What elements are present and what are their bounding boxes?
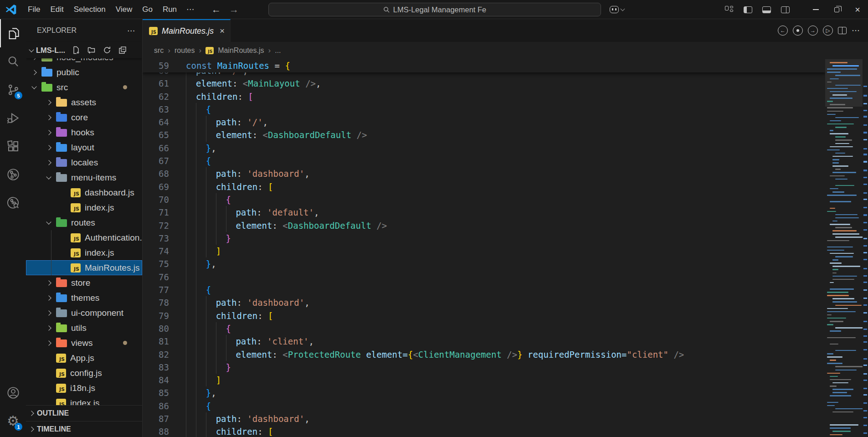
tree-item-config-js[interactable]: JSconfig.js: [26, 365, 142, 380]
code-line-80[interactable]: 80{: [143, 322, 825, 335]
new-folder-icon[interactable]: [87, 46, 96, 55]
code-line-84[interactable]: 84]: [143, 374, 825, 386]
tree-item-authentication-[interactable]: JSAuthentication...: [26, 230, 142, 245]
code-line-59[interactable]: 59const MainRoutes = {: [143, 59, 825, 72]
code-line-82[interactable]: 82element: <ProtectedRoute element={<Cli…: [143, 348, 825, 361]
line-number[interactable]: 59: [143, 59, 169, 72]
code-line-85[interactable]: 85},: [143, 386, 825, 399]
run-debug-activity-icon[interactable]: [0, 104, 26, 132]
line-number[interactable]: 77: [143, 283, 169, 296]
menu-view[interactable]: View: [111, 3, 138, 16]
breadcrumb-item[interactable]: routes: [175, 46, 195, 55]
tree-item-assets[interactable]: assets: [26, 95, 142, 110]
panel-outline[interactable]: OUTLINE: [26, 405, 142, 421]
tree-item-index-js[interactable]: JSindex.js: [26, 396, 142, 405]
line-number[interactable]: 66: [143, 142, 169, 154]
line-number[interactable]: 84: [143, 374, 169, 386]
extensions-activity-icon[interactable]: [0, 132, 26, 160]
code-line-62[interactable]: 62children: [: [143, 90, 825, 103]
gitlens-search-activity-icon[interactable]: [0, 189, 26, 217]
breadcrumb-item[interactable]: src: [154, 46, 164, 55]
new-file-icon[interactable]: [72, 46, 81, 55]
window-restore-button[interactable]: [826, 0, 847, 19]
code-line-61[interactable]: 61element: <MainLayout />,: [143, 77, 825, 90]
tree-item-store[interactable]: store: [26, 275, 142, 290]
line-number[interactable]: 87: [143, 412, 169, 425]
refresh-icon[interactable]: [103, 46, 112, 55]
code-line-70[interactable]: 70{: [143, 193, 825, 206]
tree-item-i18n-js[interactable]: JSi18n.js: [26, 380, 142, 396]
minimap[interactable]: [825, 59, 863, 437]
source-control-activity-icon[interactable]: 5: [0, 76, 26, 104]
line-number[interactable]: 67: [143, 154, 169, 167]
line-number[interactable]: 63: [143, 103, 169, 116]
tree-item-utils[interactable]: utils: [26, 320, 142, 335]
code-line-87[interactable]: 87path: 'dashboard',: [143, 412, 825, 425]
tree-item-public[interactable]: public: [26, 65, 142, 80]
menu-edit[interactable]: Edit: [45, 3, 68, 16]
line-number[interactable]: 74: [143, 245, 169, 257]
line-number[interactable]: 82: [143, 348, 169, 361]
line-number[interactable]: 79: [143, 309, 169, 322]
code-line-74[interactable]: 74]: [143, 245, 825, 257]
tree-item-hooks[interactable]: hooks: [26, 125, 142, 140]
menu-file[interactable]: File: [23, 3, 45, 16]
code-line-69[interactable]: 69children: [: [143, 180, 825, 193]
toggle-panel-icon[interactable]: [762, 6, 771, 13]
tree-item-views[interactable]: views: [26, 335, 142, 350]
code-line-78[interactable]: 78path: 'dashboard',: [143, 296, 825, 309]
explorer-activity-icon[interactable]: [0, 19, 26, 47]
tree-item-routes[interactable]: routes: [26, 215, 142, 230]
line-number[interactable]: 64: [143, 116, 169, 129]
customize-layout-icon[interactable]: [725, 6, 734, 13]
command-center-search[interactable]: LMS-Legal Management Fe: [268, 3, 601, 16]
toggle-primary-sidebar-icon[interactable]: [744, 6, 752, 13]
menu-selection[interactable]: Selection: [69, 3, 111, 16]
code-line-75[interactable]: 75},: [143, 257, 825, 270]
line-number[interactable]: 75: [143, 257, 169, 270]
copilot-menu[interactable]: [610, 0, 624, 19]
menu-overflow-button[interactable]: ⋯: [182, 3, 200, 16]
breadcrumb-item[interactable]: ...: [275, 46, 281, 55]
explorer-more-actions-button[interactable]: ⋯: [127, 26, 136, 36]
line-number[interactable]: 83: [143, 361, 169, 374]
tree-item-dashboard-js[interactable]: JSdashboard.js: [26, 185, 142, 200]
code-line-65[interactable]: 65element: <DashboardDefault />: [143, 129, 825, 141]
tree-item-mainroutes-js[interactable]: JSMainRoutes.js: [26, 260, 142, 275]
code-line-67[interactable]: 67{: [143, 154, 825, 167]
git-graph-activity-icon[interactable]: [0, 160, 26, 189]
nav-forward-icon[interactable]: →: [229, 4, 239, 15]
run-debug-icon[interactable]: ▷: [823, 26, 833, 36]
line-number[interactable]: 61: [143, 77, 169, 90]
line-number[interactable]: 73: [143, 232, 169, 245]
breadcrumb-item[interactable]: MainRoutes.js: [218, 46, 264, 55]
nav-back-circle-icon[interactable]: ←: [778, 26, 788, 36]
line-number[interactable]: 88: [143, 425, 169, 437]
code-line-79[interactable]: 79children: [: [143, 309, 825, 322]
tree-item-locales[interactable]: locales: [26, 155, 142, 170]
line-number[interactable]: 76: [143, 271, 169, 283]
window-close-button[interactable]: ×: [847, 0, 868, 19]
line-number[interactable]: 68: [143, 167, 169, 180]
code-editor[interactable]: 59const MainRoutes = { 60path: '/',61ele…: [143, 59, 825, 437]
tree-item-index-js[interactable]: JSindex.js: [26, 200, 142, 215]
line-number[interactable]: 69: [143, 180, 169, 193]
line-number[interactable]: 62: [143, 90, 169, 103]
code-line-76[interactable]: 76: [143, 271, 825, 283]
editor-more-actions-icon[interactable]: ⋯: [852, 26, 861, 36]
code-line-86[interactable]: 86{: [143, 400, 825, 412]
menu-go[interactable]: Go: [137, 3, 158, 16]
tree-item-menu-items[interactable]: menu-items: [26, 170, 142, 185]
toggle-secondary-sidebar-icon[interactable]: [781, 6, 790, 13]
line-number[interactable]: 65: [143, 129, 169, 141]
search-activity-icon[interactable]: [0, 47, 26, 76]
line-number[interactable]: 86: [143, 400, 169, 412]
window-minimize-button[interactable]: [805, 0, 826, 19]
menu-run[interactable]: Run: [158, 3, 182, 16]
code-line-63[interactable]: 63{: [143, 103, 825, 116]
collapse-all-icon[interactable]: [118, 46, 127, 55]
tree-item-themes[interactable]: themes: [26, 290, 142, 305]
tab-close-icon[interactable]: ×: [220, 26, 225, 36]
editor-scrollbar[interactable]: [863, 59, 868, 437]
tab-mainroutes[interactable]: JS MainRoutes.js ×: [143, 19, 231, 42]
